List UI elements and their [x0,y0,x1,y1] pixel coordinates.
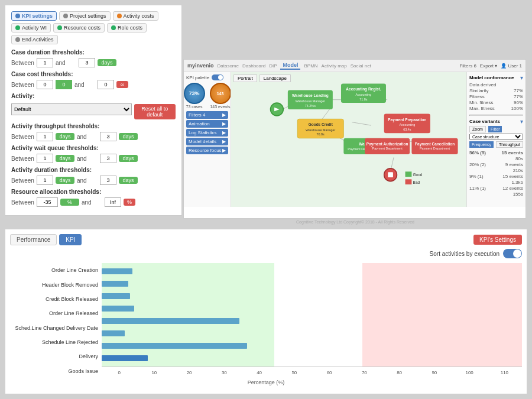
kpi-circle-blue[interactable]: 73% [184,83,205,104]
case-cost-input2[interactable] [56,80,72,89]
resource-unit2[interactable]: % [124,199,135,206]
filter-btn[interactable]: Filter [488,126,502,132]
landscape-btn[interactable]: Landscape [259,74,291,82]
bar-order-line-creation [102,267,522,275]
variants-expand[interactable]: ▾ [520,118,523,125]
activity-throughput-title: Activity throughput thresholds: [11,123,176,129]
duration-unit2[interactable]: days [119,177,138,184]
user-toolbar[interactable]: 👤 User 1 [501,63,522,69]
svg-text:Payment Cancellation: Payment Cancellation [415,142,455,147]
resource-input2[interactable] [105,197,121,207]
kpi-toggle[interactable] [212,74,223,80]
throughput-btn[interactable]: Throughput [496,141,523,148]
frequency-btn[interactable]: Frequency [469,141,494,148]
label-schedule-line-rejected: Schedule Line Rejected [10,339,98,345]
case-duration-row: Between and days [11,58,176,67]
bar-2 [102,281,128,287]
export-toolbar[interactable]: Export ▾ [480,63,497,69]
kpi-circle-orange[interactable]: 143 [210,83,231,104]
legend-red [406,179,412,184]
model-canvas: Portrait Landscape [231,72,466,207]
sort-toggle-switch[interactable] [503,249,522,258]
case-cost-red-btn[interactable]: ∞ [116,81,128,88]
x-axis-title: Percentage (%) [10,379,522,385]
variant-row-2: 20% (2) 9 events [469,162,523,167]
zoom-btn[interactable]: Zoom [469,126,486,132]
throughput-input1[interactable] [37,132,53,141]
panel-tabs: KPI settings Project settings Activity c… [11,11,176,44]
kpi-tab[interactable]: KPI [59,234,82,245]
conformance-expand[interactable]: ▾ [520,74,523,81]
dollar-icon-3 [111,25,116,30]
tab-kpi-settings[interactable]: KPI settings [11,11,57,21]
kpi-settings-panel: KPI settings Project settings Activity c… [5,5,182,216]
tab-role-costs[interactable]: Role costs [107,23,147,33]
resource-input1[interactable] [37,197,58,207]
conformance-min-fitness: Min. fitness 96% [469,100,523,105]
variants-header: Case variants ▾ [469,118,523,125]
tab-activity-wi[interactable]: Activity WI [11,23,51,33]
kpi-settings-btn[interactable]: KPI's Settings [473,235,522,245]
resource-focus-sidebar-btn[interactable]: Resource focus▶ [186,147,228,154]
tab-resource-costs[interactable]: Resource costs [53,23,105,33]
wait-input2[interactable] [100,154,116,163]
label-sched-line-changed: Sched.Line Changed Delivery Date [10,325,98,331]
svg-text:Goods Credit: Goods Credit [309,122,333,126]
tab-activity-costs[interactable]: Activity costs [113,11,158,21]
svg-text:Payment Preparation: Payment Preparation [388,118,426,122]
social-net-nav[interactable]: Social net [351,63,371,69]
case-cost-input3[interactable] [98,80,114,89]
resource-unit1[interactable]: % [60,199,79,206]
reset-all-btn[interactable]: Reset all to default [134,104,176,119]
duration-unit1[interactable]: days [56,177,74,184]
model-panel: myinvenio Datasome Dashboard DIP Model B… [183,59,526,219]
x-label-40: 40 [242,370,277,375]
wait-unit1[interactable]: days [56,155,74,162]
activity-map-nav[interactable]: Activity map [322,63,347,69]
legend-green [406,171,412,177]
log-stats-sidebar-btn[interactable]: Log Statistics▶ [186,129,228,137]
wait-input1[interactable] [37,154,53,163]
case-cost-row: Between and ∞ [11,80,176,89]
kpi-circle-1-label: 73 cases [186,105,202,109]
bar-3 [102,293,130,299]
case-duration-unit-btn[interactable]: days [98,59,116,66]
case-duration-title: Case duration thresholds: [11,49,176,56]
case-cost-input1[interactable] [37,80,53,89]
datasome-nav[interactable]: Datasome [218,63,239,69]
kpi-circle-2: 143 143 events [210,83,231,109]
dashboard-nav[interactable]: Dashboard [242,63,265,69]
portrait-btn[interactable]: Portrait [233,74,257,82]
performance-tab[interactable]: Performance [10,234,57,245]
resource-allocation-row: Between % and % [11,197,176,207]
activity-select[interactable]: Default [11,103,132,115]
model-nav[interactable]: Model [280,61,300,70]
case-duration-input2[interactable] [79,58,95,67]
svg-text:Warehouse Manager: Warehouse Manager [296,99,325,103]
model-details-sidebar-btn[interactable]: Model details▶ [186,138,228,145]
filters-toolbar[interactable]: Filters 6 [459,63,476,69]
duration-input2[interactable] [100,176,116,185]
tab-end-activities[interactable]: End Activities [11,35,58,44]
throughput-unit1[interactable]: days [56,133,74,140]
case-structure-select[interactable]: Case structure [469,134,523,140]
tab-project-settings[interactable]: Project settings [59,11,111,21]
x-label-80: 80 [382,370,417,375]
legend-red-label: Bad [413,180,420,184]
throughput-unit2[interactable]: days [119,133,138,140]
label-order-line-creation: Order Line Creation [10,267,98,273]
throughput-input2[interactable] [100,132,116,141]
bpmn-nav[interactable]: BPMN [304,63,317,69]
animation-sidebar-btn[interactable]: Animation▶ [186,120,228,128]
variant-row-1: 56% (5) 15 events [469,150,523,155]
filters-sidebar-btn[interactable]: Filters 4▶ [186,111,228,119]
svg-text:Payment Department: Payment Department [420,147,450,150]
dip-nav[interactable]: DIP [269,63,277,69]
kpi-palette-label: KPI palette [186,75,209,80]
conformance-header: Model conformance ▾ [469,74,523,81]
case-duration-input1[interactable] [37,58,53,67]
wait-unit2[interactable]: days [119,155,138,162]
duration-input1[interactable] [37,176,53,185]
bar-header-block-removed [102,280,522,288]
bar-8 [102,355,148,361]
